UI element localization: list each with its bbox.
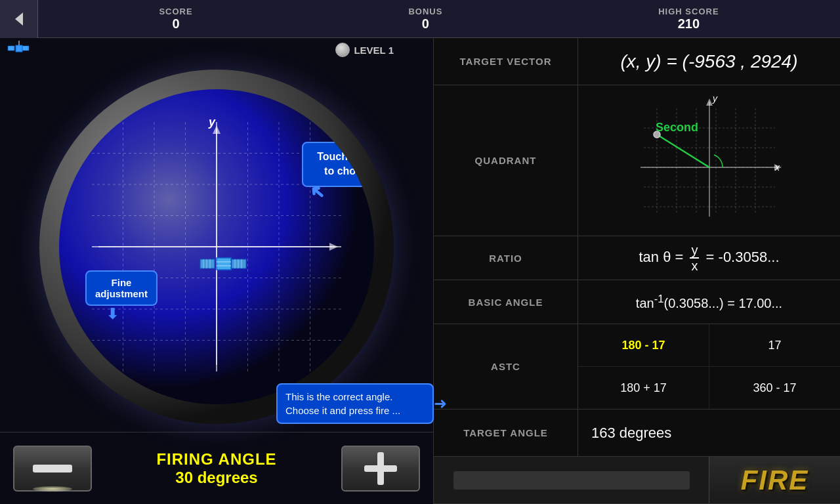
- x-axis-label: x: [343, 355, 349, 369]
- fire-button[interactable]: FIRE: [709, 457, 840, 503]
- astc-col-2: 17 360 - 17: [709, 324, 840, 409]
- astc-values: 180 - 17 180 + 17 17 360 - 17: [578, 324, 840, 409]
- score-section: SCORE 0 BONUS 0 HIGH SCORE 210: [38, 7, 840, 32]
- bonus-value: 0: [422, 16, 429, 32]
- satellite-in-circle: [197, 242, 249, 290]
- right-panel: TARGET VECTOR (x, y) = (-9563 , 2924) QU…: [433, 38, 840, 504]
- target-angle-row: TARGET ANGLE 163 degrees This is the cor…: [434, 410, 840, 457]
- minus-glow: [33, 486, 72, 492]
- quadrant-value-cell: .qgrid { stroke: #ffffff33; stroke-width…: [578, 85, 840, 236]
- astc-col-1: 180 - 17 180 + 17: [578, 324, 709, 409]
- inner-ring[interactable]: .grid-line { stroke: #ffffff44; stroke-w…: [59, 89, 374, 404]
- fire-label: FIRE: [741, 465, 809, 496]
- score-item: SCORE 0: [159, 7, 192, 32]
- y-axis-label: y: [209, 116, 215, 129]
- target-vector-value: (x, y) = (-9563 , 2924): [620, 51, 797, 72]
- level-badge: LEVEL 1: [335, 43, 394, 57]
- plus-button[interactable]: [341, 446, 420, 492]
- fire-input-area: [434, 457, 709, 503]
- target-vector-value-cell: (x, y) = (-9563 , 2924): [578, 38, 840, 85]
- ratio-row: RATIO tan θ = yx = -0.3058...: [434, 236, 840, 280]
- svg-rect-2: [8, 46, 14, 51]
- outer-ring: .grid-line { stroke: #ffffff44; stroke-w…: [39, 70, 394, 424]
- ratio-value-cell: tan θ = yx = -0.3058...: [578, 236, 840, 280]
- target-angle-value-cell: 163 degrees: [578, 410, 840, 456]
- target-angle-label-cell: TARGET ANGLE: [434, 410, 578, 456]
- grid-container: .grid-line { stroke: #ffffff44; stroke-w…: [92, 122, 341, 371]
- target-vector-label-cell: TARGET VECTOR: [434, 38, 578, 85]
- basic-angle-value: tan-1(0.3058...) = 17.00...: [636, 293, 782, 311]
- score-value: 0: [172, 16, 179, 32]
- score-label: SCORE: [159, 7, 192, 16]
- svg-rect-30: [200, 259, 215, 268]
- quadrant-label-cell: QUADRANT: [434, 85, 578, 236]
- basic-angle-row: BASIC ANGLE tan-1(0.3058...) = 17.00...: [434, 280, 840, 324]
- fire-row: FIRE: [434, 457, 840, 504]
- astc-row: ASTC 180 - 17 180 + 17 17 360 - 17: [434, 324, 840, 410]
- bonus-label: BONUS: [408, 7, 442, 16]
- circle-tooltip: Touch inside circle to choose angle ➜: [302, 142, 374, 187]
- svg-marker-50: [706, 98, 713, 106]
- svg-text:x: x: [774, 162, 780, 173]
- target-vector-label: TARGET VECTOR: [460, 56, 552, 67]
- firing-angle-value: 30 degrees: [175, 469, 257, 487]
- bonus-item: BONUS 0: [408, 7, 442, 32]
- ratio-label-cell: RATIO: [434, 236, 578, 280]
- ratio-value: tan θ = yx = -0.3058...: [639, 243, 779, 273]
- satellite-icon: [7, 38, 30, 63]
- astc-cell-top-left[interactable]: 180 - 17: [578, 324, 709, 367]
- svg-marker-26: [329, 243, 338, 251]
- firing-angle-display: FIRING ANGLE 30 degrees: [92, 450, 341, 487]
- target-vector-row: TARGET VECTOR (x, y) = (-9563 , 2924): [434, 38, 840, 85]
- svg-rect-3: [22, 46, 29, 51]
- svg-marker-0: [15, 12, 23, 26]
- high-score-label: HIGH SCORE: [658, 7, 719, 16]
- bottom-controls: FIRING ANGLE 30 degrees: [0, 432, 433, 504]
- astc-label-cell: ASTC: [434, 324, 578, 409]
- basic-angle-label: BASIC ANGLE: [469, 297, 543, 308]
- plus-icon: [364, 452, 397, 485]
- quadrant-row: QUADRANT .qgrid { stroke: #ffffff33; str…: [434, 85, 840, 236]
- svg-rect-34: [232, 259, 246, 268]
- svg-text:y: y: [712, 95, 718, 104]
- level-text: LEVEL 1: [354, 45, 394, 56]
- astc-cell-top-right[interactable]: 17: [709, 324, 840, 367]
- svg-rect-27: [217, 258, 231, 270]
- level-bar: LEVEL 1: [0, 38, 433, 62]
- minus-icon: [33, 465, 72, 472]
- svg-text:Second: Second: [656, 121, 698, 134]
- target-angle-label: TARGET ANGLE: [463, 427, 548, 438]
- minus-button[interactable]: [13, 446, 92, 492]
- astc-cell-bottom-left[interactable]: 180 + 17: [578, 367, 709, 409]
- fire-input-bar: [453, 471, 690, 490]
- high-score-value: 210: [678, 16, 700, 32]
- back-button[interactable]: [0, 0, 38, 38]
- fine-adj-arrow: ⬇: [106, 306, 118, 323]
- main-content: LEVEL 1 .grid-line { stroke: #ffffff44; …: [0, 38, 840, 504]
- basic-angle-value-cell: tan-1(0.3058...) = 17.00...: [578, 280, 840, 324]
- astc-label: ASTC: [491, 361, 520, 372]
- fine-adjustment-tooltip: Fine adjustment ⬇: [85, 270, 158, 306]
- ratio-label: RATIO: [489, 253, 522, 264]
- firing-angle-label: FIRING ANGLE: [156, 450, 276, 469]
- target-angle-value: 163 degrees: [591, 425, 671, 442]
- level-circle: [335, 43, 350, 57]
- circle-area[interactable]: .grid-line { stroke: #ffffff44; stroke-w…: [0, 62, 433, 432]
- left-panel: LEVEL 1 .grid-line { stroke: #ffffff44; …: [0, 38, 433, 504]
- quadrant-label: QUADRANT: [475, 155, 537, 166]
- astc-cell-bottom-right[interactable]: 360 - 17: [709, 367, 840, 409]
- svg-rect-1: [16, 45, 22, 52]
- svg-line-55: [657, 135, 709, 167]
- top-bar: SCORE 0 BONUS 0 HIGH SCORE 210: [0, 0, 840, 38]
- high-score-item: HIGH SCORE 210: [658, 7, 719, 32]
- correct-angle-tooltip: This is the correct angle. Choose it and…: [276, 383, 434, 424]
- basic-angle-label-cell: BASIC ANGLE: [434, 280, 578, 324]
